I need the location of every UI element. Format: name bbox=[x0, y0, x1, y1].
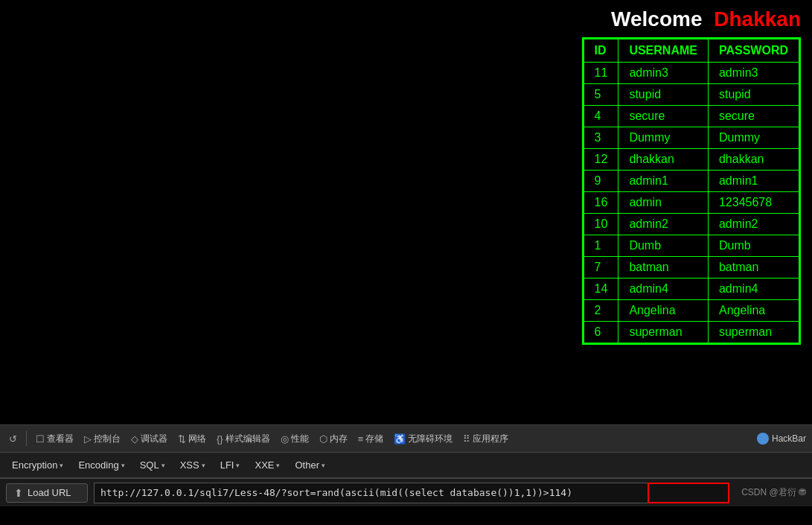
devtools-console[interactable]: ▷ 控制台 bbox=[81, 431, 124, 447]
menu-xxe[interactable]: XXE ▾ bbox=[249, 456, 286, 474]
cell-username: Angelina bbox=[618, 300, 709, 322]
devtools-memory[interactable]: ⬡ 内存 bbox=[316, 431, 351, 447]
network-label: 网络 bbox=[188, 433, 206, 445]
url-input-container bbox=[94, 483, 729, 503]
hackbar-menu: Encryption ▾ Encoding ▾ SQL ▾ XSS ▾ LFI … bbox=[0, 453, 812, 478]
sql-label: SQL bbox=[140, 459, 159, 471]
cell-password: secure bbox=[708, 106, 799, 127]
cell-id: 6 bbox=[584, 322, 618, 343]
table-row: 11admin3admin3 bbox=[584, 63, 799, 84]
table-row: 14admin4admin4 bbox=[584, 279, 799, 300]
cell-id: 10 bbox=[584, 214, 618, 235]
encryption-label: Encryption bbox=[12, 459, 57, 471]
menu-encoding[interactable]: Encoding ▾ bbox=[72, 456, 130, 474]
menu-xss[interactable]: XSS ▾ bbox=[174, 456, 211, 474]
url-bar: ⬆ Load URL CSDN @君衍 ⛃ bbox=[0, 478, 812, 506]
cell-password: Dummy bbox=[708, 127, 799, 149]
table-row: 5stupidstupid bbox=[584, 84, 799, 106]
devtools-toolbar: ↺ ☐ 查看器 ▷ 控制台 ◇ 调试器 ⇅ 网络 {} 样式编辑器 ◎ 性能 ⬡… bbox=[0, 424, 812, 453]
cell-username: superman bbox=[618, 322, 709, 343]
network-icon: ⇅ bbox=[178, 433, 186, 445]
cell-password: admin4 bbox=[708, 279, 799, 300]
table-row: 12dhakkandhakkan bbox=[584, 149, 799, 171]
cell-password: dhakkan bbox=[708, 149, 799, 171]
performance-icon: ◎ bbox=[281, 433, 289, 445]
cell-password: superman bbox=[708, 322, 799, 343]
hackbar-icon bbox=[757, 433, 769, 445]
application-label: 应用程序 bbox=[473, 433, 508, 445]
table-row: 4securesecure bbox=[584, 106, 799, 127]
cell-id: 14 bbox=[584, 279, 618, 300]
table-row: 2AngelinaAngelina bbox=[584, 300, 799, 322]
menu-encryption[interactable]: Encryption ▾ bbox=[6, 456, 69, 474]
devtools-storage[interactable]: ≡ 存储 bbox=[355, 431, 387, 447]
col-header-password: PASSWORD bbox=[708, 39, 799, 63]
table-row: 1DumbDumb bbox=[584, 235, 799, 257]
welcome-name: Dhakkan bbox=[714, 7, 801, 31]
cell-username: Dummy bbox=[618, 127, 709, 149]
col-header-id: ID bbox=[584, 39, 618, 63]
cell-username: dhakkan bbox=[618, 149, 709, 171]
performance-label: 性能 bbox=[291, 433, 309, 445]
memory-label: 内存 bbox=[330, 433, 348, 445]
encoding-arrow: ▾ bbox=[121, 462, 125, 469]
cell-id: 5 bbox=[584, 84, 618, 106]
console-label: 控制台 bbox=[94, 433, 121, 445]
xss-label: XSS bbox=[180, 459, 199, 471]
table-row: 7batmanbatman bbox=[584, 257, 799, 279]
menu-lfi[interactable]: LFI ▾ bbox=[214, 456, 246, 474]
welcome-header: Welcome Dhakkan bbox=[611, 7, 801, 31]
table-row: 9admin1admin1 bbox=[584, 171, 799, 192]
url-input[interactable] bbox=[94, 483, 729, 503]
cell-id: 2 bbox=[584, 300, 618, 322]
cell-username: batman bbox=[618, 257, 709, 279]
other-arrow: ▾ bbox=[322, 462, 325, 469]
cell-id: 3 bbox=[584, 127, 618, 149]
table-row: 3DummyDummy bbox=[584, 127, 799, 149]
hackbar-label: HackBar bbox=[772, 433, 806, 444]
sql-arrow: ▾ bbox=[162, 462, 165, 469]
devtools-debugger[interactable]: ◇ 调试器 bbox=[128, 431, 170, 447]
menu-sql[interactable]: SQL ▾ bbox=[134, 456, 171, 474]
devtools-accessibility[interactable]: ♿ 无障碍环境 bbox=[391, 431, 455, 447]
load-url-button[interactable]: ⬆ Load URL bbox=[6, 483, 88, 503]
cell-password: admin3 bbox=[708, 63, 799, 84]
menu-other[interactable]: Other ▾ bbox=[289, 456, 331, 474]
hackbar-button[interactable]: HackBar bbox=[757, 433, 806, 445]
cell-password: Angelina bbox=[708, 300, 799, 322]
devtools-inspector[interactable]: ☐ 查看器 bbox=[33, 431, 77, 447]
devtools-network[interactable]: ⇅ 网络 bbox=[175, 431, 209, 447]
cell-username: admin4 bbox=[618, 279, 709, 300]
main-content: Welcome Dhakkan ID USERNAME PASSWORD 11a… bbox=[0, 0, 812, 424]
cell-username: Dumb bbox=[618, 235, 709, 257]
cell-username: secure bbox=[618, 106, 709, 127]
devtools-application[interactable]: ⠿ 应用程序 bbox=[460, 431, 511, 447]
cell-id: 9 bbox=[584, 171, 618, 192]
other-label: Other bbox=[295, 459, 319, 471]
console-icon: ▷ bbox=[84, 433, 92, 445]
debugger-label: 调试器 bbox=[141, 433, 167, 445]
lfi-arrow: ▾ bbox=[236, 462, 240, 469]
xss-arrow: ▾ bbox=[202, 462, 205, 469]
col-header-username: USERNAME bbox=[618, 39, 709, 63]
style-editor-icon: {} bbox=[217, 433, 223, 445]
cell-password: Dumb bbox=[708, 235, 799, 257]
toolbar-separator-1 bbox=[26, 431, 27, 446]
inspector-icon: ☐ bbox=[36, 433, 45, 445]
cell-password: batman bbox=[708, 257, 799, 279]
cell-password: stupid bbox=[708, 84, 799, 106]
encoding-label: Encoding bbox=[78, 459, 118, 471]
lfi-label: LFI bbox=[220, 459, 234, 471]
storage-label: 存储 bbox=[365, 433, 383, 445]
devtools-style-editor[interactable]: {} 样式编辑器 bbox=[214, 431, 273, 447]
xxe-label: XXE bbox=[255, 459, 274, 471]
xxe-arrow: ▾ bbox=[276, 462, 280, 469]
devtools-performance[interactable]: ◎ 性能 bbox=[278, 431, 312, 447]
table-row: 6supermansuperman bbox=[584, 322, 799, 343]
encryption-arrow: ▾ bbox=[60, 462, 63, 469]
inspector-label: 查看器 bbox=[47, 433, 74, 445]
memory-icon: ⬡ bbox=[319, 433, 327, 445]
devtools-refresh[interactable]: ↺ bbox=[6, 432, 20, 446]
table-row: 10admin2admin2 bbox=[584, 214, 799, 235]
accessibility-icon: ♿ bbox=[394, 433, 406, 445]
